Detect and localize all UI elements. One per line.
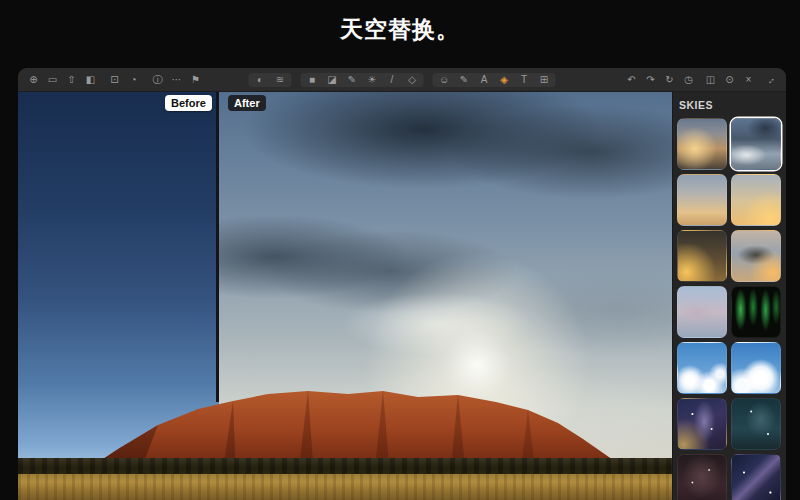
- adjust-light-icon[interactable]: ☀: [367, 75, 378, 85]
- toolbar-left: ⊕▭⇧◧ ⊡◔ ⓘ⋯⚑: [28, 75, 201, 85]
- flag-icon[interactable]: ⚑: [190, 75, 201, 85]
- history-group: ↶↷↻◷: [626, 75, 694, 85]
- clipboard-group: ⊡◔: [109, 75, 139, 85]
- auto-enhance-icon[interactable]: A: [479, 75, 490, 85]
- sky-blue-cumulus[interactable]: [677, 342, 727, 394]
- before-badge: Before: [165, 95, 212, 111]
- shapes-icon[interactable]: ◇: [407, 75, 418, 85]
- expand-icon[interactable]: ↔: [763, 72, 778, 87]
- info-group: ⓘ⋯⚑: [152, 75, 201, 85]
- skies-grid: [673, 118, 786, 500]
- pen-icon[interactable]: ✎: [347, 75, 358, 85]
- after-badge: After: [228, 95, 266, 111]
- more-icon[interactable]: ⋯: [171, 75, 182, 85]
- share-icon[interactable]: ⇧: [66, 75, 77, 85]
- sidebar-toggle-icon[interactable]: ◫: [705, 75, 716, 85]
- photo-canvas[interactable]: Before After: [18, 92, 672, 500]
- adjust-group: ◐≋: [249, 73, 292, 87]
- duplicate-icon[interactable]: ⊡: [109, 75, 120, 85]
- file-group: ⊕▭⇧◧: [28, 75, 96, 85]
- skies-panel-title: SKIES: [679, 99, 786, 111]
- sky-sunset-dark-clouds[interactable]: [731, 230, 781, 282]
- tools-group: ■◪✎☀/◇: [301, 73, 424, 87]
- badge-icon[interactable]: ◧: [85, 75, 96, 85]
- color-adjustments-icon[interactable]: ◐: [255, 75, 266, 85]
- sky-dark-starry-night[interactable]: [677, 454, 727, 500]
- editor-content: Before After SKIES: [18, 92, 786, 500]
- arrange-icon[interactable]: ⊞: [539, 75, 550, 85]
- sky-wispy-sunset[interactable]: [677, 174, 727, 226]
- sky-replacement-icon[interactable]: ◈: [499, 75, 510, 85]
- repair-icon[interactable]: ✎: [459, 75, 470, 85]
- add-icon[interactable]: ⊕: [28, 75, 39, 85]
- sky-starry-teal-night[interactable]: [731, 398, 781, 450]
- smart-tools-group: ☺✎A◈T⊞: [433, 73, 556, 87]
- close-icon[interactable]: ×: [743, 75, 754, 85]
- brush-icon[interactable]: /: [387, 75, 398, 85]
- effects-icon[interactable]: ≋: [275, 75, 286, 85]
- sky-milky-way-purple[interactable]: [677, 398, 727, 450]
- text-icon[interactable]: T: [519, 75, 530, 85]
- app-window: ⊕▭⇧◧ ⊡◔ ⓘ⋯⚑ ◐≋ ■◪✎☀/◇ ☺✎A◈T⊞ ↶↷↻◷: [18, 68, 786, 500]
- grassland: [18, 474, 672, 500]
- selection-icon[interactable]: ◪: [327, 75, 338, 85]
- redo-icon[interactable]: ↷: [645, 75, 656, 85]
- sky-golden-sunset-clouds[interactable]: [677, 118, 727, 170]
- sky-lilac-clouds[interactable]: [677, 286, 727, 338]
- sky-dramatic-gray-clouds[interactable]: [731, 118, 781, 170]
- app-toolbar: ⊕▭⇧◧ ⊡◔ ⓘ⋯⚑ ◐≋ ■◪✎☀/◇ ☺✎A◈T⊞ ↶↷↻◷: [18, 68, 786, 92]
- undo-icon[interactable]: ↶: [626, 75, 637, 85]
- crop-icon[interactable]: ■: [307, 75, 318, 85]
- library-icon[interactable]: ▭: [47, 75, 58, 85]
- zoom-group: ↔: [765, 75, 776, 85]
- info-icon[interactable]: ⓘ: [152, 75, 163, 85]
- sky-aurora-borealis[interactable]: [731, 286, 781, 338]
- revert-icon[interactable]: ↻: [664, 75, 675, 85]
- face-retouch-icon[interactable]: ☺: [439, 75, 450, 85]
- sky-milky-way-diagonal[interactable]: [731, 454, 781, 500]
- sky-dark-sunset-sunburst[interactable]: [677, 230, 727, 282]
- history-icon[interactable]: ◷: [683, 75, 694, 85]
- sky-soft-golden-haze[interactable]: [731, 174, 781, 226]
- skies-panel: SKIES: [672, 92, 786, 500]
- check-circle-icon[interactable]: ◔: [128, 75, 139, 85]
- page-title: 天空替换。: [0, 14, 800, 45]
- view-group: ◫⊙×: [705, 75, 754, 85]
- target-icon[interactable]: ⊙: [724, 75, 735, 85]
- before-after-divider: [216, 92, 219, 402]
- toolbar-center: ◐≋ ■◪✎☀/◇ ☺✎A◈T⊞: [249, 73, 556, 87]
- sky-blue-big-cumulus[interactable]: [731, 342, 781, 394]
- toolbar-right: ↶↷↻◷ ◫⊙× ↔: [626, 75, 776, 85]
